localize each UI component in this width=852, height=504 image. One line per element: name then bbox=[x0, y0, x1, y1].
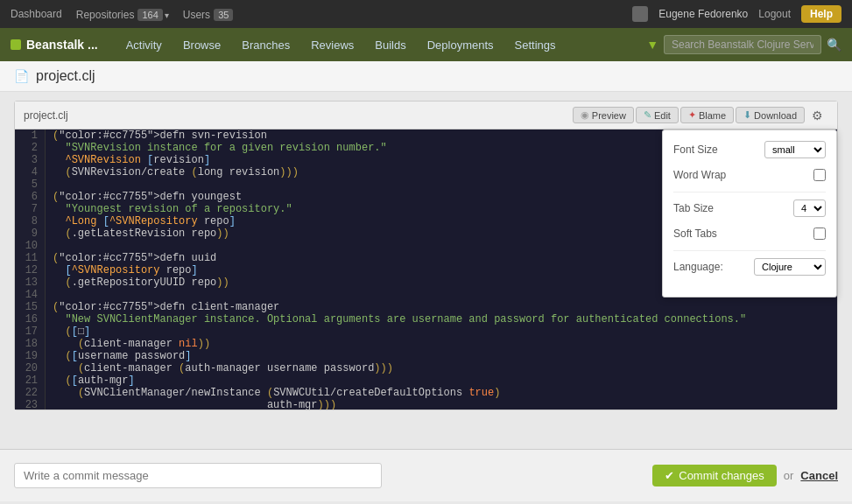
second-nav: Beanstalk ... Activity Browse Branches R… bbox=[0, 28, 852, 61]
table-row: 20 (client-manager (auth-manager usernam… bbox=[15, 362, 837, 374]
line-number: 13 bbox=[15, 276, 46, 289]
users-badge: 35 bbox=[214, 9, 233, 21]
commit-message-input[interactable] bbox=[14, 463, 382, 488]
top-nav-right: Eugene Fedorenko Logout Help bbox=[632, 5, 841, 23]
file-viewer: project.clj ◉ Preview ✎ Edit ✦ Blame ⬇ D… bbox=[14, 101, 838, 410]
commit-actions: ✔ Commit changes or Cancel bbox=[652, 465, 838, 486]
user-avatar-icon bbox=[632, 6, 648, 22]
language-select[interactable]: Clojure JavaScript Python Ruby bbox=[754, 258, 826, 276]
line-number: 17 bbox=[15, 326, 46, 338]
users-link[interactable]: Users bbox=[183, 9, 210, 21]
download-btn[interactable]: ⬇ Download bbox=[736, 107, 805, 123]
line-content: (client-manager (auth-manager username p… bbox=[46, 362, 837, 374]
file-breadcrumb: project.clj bbox=[24, 109, 68, 122]
file-icon: 📄 bbox=[14, 69, 29, 83]
download-icon: ⬇ bbox=[743, 109, 751, 121]
font-size-label: Font Size bbox=[673, 144, 718, 156]
edit-btn[interactable]: ✎ Edit bbox=[636, 107, 679, 123]
tab-activity[interactable]: Activity bbox=[116, 28, 173, 61]
line-number: 18 bbox=[15, 338, 46, 350]
filter-icon: ▼ bbox=[646, 38, 658, 52]
edit-icon: ✎ bbox=[644, 109, 651, 121]
logout-link[interactable]: Logout bbox=[758, 8, 791, 20]
table-row: 18 (client-manager nil)) bbox=[15, 338, 837, 350]
line-content: ([username password] bbox=[46, 350, 837, 362]
line-number: 4 bbox=[15, 166, 46, 178]
search-input[interactable] bbox=[664, 35, 821, 54]
repositories-dropdown[interactable]: ▾ bbox=[165, 10, 169, 20]
soft-tabs-checkbox[interactable] bbox=[813, 228, 826, 240]
line-number: 12 bbox=[15, 264, 46, 276]
font-size-select[interactable]: small medium large bbox=[764, 141, 826, 158]
tab-reviews[interactable]: Reviews bbox=[300, 28, 364, 61]
line-number: 16 bbox=[15, 313, 46, 326]
user-name: Eugene Fedorenko bbox=[658, 8, 748, 20]
line-number: 19 bbox=[15, 350, 46, 362]
dashboard-link[interactable]: Dashboard bbox=[11, 8, 62, 20]
line-number: 10 bbox=[15, 240, 46, 252]
line-number: 21 bbox=[15, 374, 46, 387]
blame-btn[interactable]: ✦ Blame bbox=[680, 107, 734, 123]
line-number: 15 bbox=[15, 301, 46, 313]
line-number: 2 bbox=[15, 142, 46, 154]
commit-button[interactable]: ✔ Commit changes bbox=[652, 465, 777, 486]
tab-browse[interactable]: Browse bbox=[173, 28, 231, 61]
settings-divider-1 bbox=[673, 192, 826, 192]
tab-size-select[interactable]: 2 4 8 bbox=[793, 200, 826, 217]
line-content: auth-mgr))) bbox=[46, 399, 837, 410]
top-nav: Dashboard Repositories164▾ Users35 Eugen… bbox=[0, 0, 852, 28]
nav-search-area: ▼ 🔍 bbox=[646, 35, 841, 54]
table-row: 17 ([□] bbox=[15, 326, 837, 338]
line-content: (SVNClientManager/newInstance (SVNWCUtil… bbox=[46, 387, 837, 399]
language-row: Language: Clojure JavaScript Python Ruby bbox=[673, 258, 826, 276]
language-label: Language: bbox=[673, 261, 723, 273]
brand: Beanstalk ... bbox=[11, 38, 98, 52]
table-row: 16 "New SVNClientManager instance. Optio… bbox=[15, 313, 837, 326]
tab-deployments[interactable]: Deployments bbox=[417, 28, 504, 61]
line-content: ([auth-mgr] bbox=[46, 374, 837, 387]
commit-checkmark-icon: ✔ bbox=[665, 469, 674, 482]
line-number: 5 bbox=[15, 178, 46, 191]
page-header: 📄 project.clj bbox=[0, 61, 852, 92]
file-actions: ◉ Preview ✎ Edit ✦ Blame ⬇ Download ⚙ bbox=[573, 107, 828, 124]
blame-icon: ✦ bbox=[688, 109, 696, 121]
tab-size-label: Tab Size bbox=[673, 202, 714, 214]
brand-name: Beanstalk ... bbox=[26, 38, 98, 52]
line-number: 14 bbox=[15, 289, 46, 301]
line-content: "New SVNClientManager instance. Optional… bbox=[46, 313, 837, 326]
line-number: 20 bbox=[15, 362, 46, 374]
word-wrap-label: Word Wrap bbox=[673, 169, 726, 181]
soft-tabs-row: Soft Tabs bbox=[673, 228, 826, 240]
line-number: 6 bbox=[15, 191, 46, 203]
table-row: 19 ([username password] bbox=[15, 350, 837, 362]
font-size-row: Font Size small medium large bbox=[673, 141, 826, 158]
cancel-link[interactable]: Cancel bbox=[800, 469, 838, 482]
commit-bar: ✔ Commit changes or Cancel bbox=[0, 449, 852, 501]
settings-panel: Font Size small medium large Word Wrap T… bbox=[662, 130, 837, 298]
preview-btn[interactable]: ◉ Preview bbox=[573, 107, 634, 123]
line-content: (client-manager nil)) bbox=[46, 338, 837, 350]
table-row: 23 auth-mgr))) bbox=[15, 399, 837, 410]
line-content: ("color:#cc7755">defn client-manager bbox=[46, 301, 837, 313]
settings-divider-2 bbox=[673, 250, 826, 251]
help-button[interactable]: Help bbox=[801, 5, 841, 23]
content-wrap: project.clj ◉ Preview ✎ Edit ✦ Blame ⬇ D… bbox=[0, 92, 852, 501]
tab-builds[interactable]: Builds bbox=[364, 28, 416, 61]
word-wrap-row: Word Wrap bbox=[673, 169, 826, 181]
line-number: 23 bbox=[15, 399, 46, 410]
search-button[interactable]: 🔍 bbox=[827, 38, 841, 52]
line-number: 22 bbox=[15, 387, 46, 399]
line-number: 11 bbox=[15, 252, 46, 264]
repositories-link[interactable]: Repositories bbox=[76, 9, 135, 21]
file-toolbar: project.clj ◉ Preview ✎ Edit ✦ Blame ⬇ D… bbox=[15, 102, 837, 130]
table-row: 22 (SVNClientManager/newInstance (SVNWCU… bbox=[15, 387, 837, 399]
preview-icon: ◉ bbox=[581, 109, 589, 121]
table-row: 21 ([auth-mgr] bbox=[15, 374, 837, 387]
line-number: 7 bbox=[15, 203, 46, 215]
word-wrap-checkbox[interactable] bbox=[813, 169, 826, 181]
settings-toggle-btn[interactable]: ⚙ bbox=[806, 107, 828, 124]
tab-branches[interactable]: Branches bbox=[231, 28, 300, 61]
line-number: 3 bbox=[15, 154, 46, 166]
page-title: project.clj bbox=[36, 68, 95, 84]
tab-settings[interactable]: Settings bbox=[504, 28, 567, 61]
